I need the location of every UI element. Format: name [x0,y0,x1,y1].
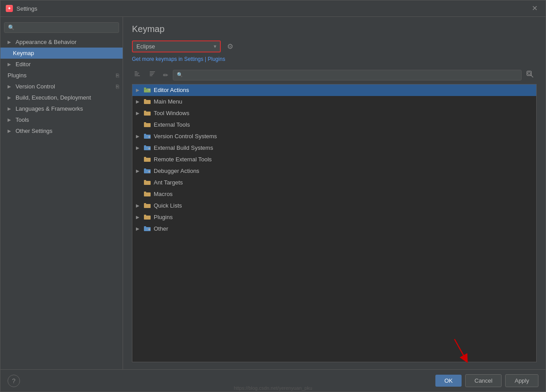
folder-gear-icon [144,145,151,151]
svg-rect-38 [144,216,151,220]
cancel-button[interactable]: Cancel [465,374,502,387]
app-icon: ✦ [6,5,13,12]
tree-item-quick-lists[interactable]: ▶ Quick Lists [132,200,536,212]
tree-item-other[interactable]: ▶ Other [132,223,536,235]
sidebar-item-languages[interactable]: ▶ Languages & Frameworks [0,103,123,114]
content-area: 🔍 ▶ Appearance & Behavior Keymap ▶ Edito… [0,17,546,369]
keymap-search-box[interactable]: 🔍 [173,70,522,80]
tree-item-label: Quick Lists [154,202,182,209]
close-button[interactable]: ✕ [529,4,540,13]
tree-item-label: Macros [154,191,173,197]
help-button[interactable]: ? [8,375,20,387]
folder-icon [144,122,151,128]
svg-rect-13 [144,88,146,89]
folder-icon [144,214,151,220]
tree-item-label: Tool Windows [154,110,189,116]
sidebar-search-box[interactable]: 🔍 [4,22,119,33]
svg-rect-2 [135,74,138,75]
tree-item-label: Editor Actions [154,87,189,93]
tree-item-label: Other [154,225,168,232]
find-action-button[interactable] [523,68,537,81]
tree-item-macros[interactable]: ▶ Macros [132,188,536,200]
sidebar-item-editor[interactable]: ▶ Editor [0,59,123,70]
main-panel: Keymap Eclipse Default Emacs Visual Stud… [123,17,546,369]
sidebar-item-label: Appearance & Behavior [16,39,76,45]
svg-rect-28 [144,157,146,158]
svg-rect-4 [150,72,155,72]
svg-rect-37 [144,203,146,204]
tree-item-label: Plugins [154,214,173,220]
svg-rect-36 [144,204,151,208]
sidebar-item-tools[interactable]: ▶ Tools [0,114,123,125]
sidebar-item-appearance[interactable]: ▶ Appearance & Behavior [0,36,123,48]
watermark-text: https://blog.csdn.net/yerenyuan_pku [234,385,312,391]
title-bar-left: ✦ Settings [6,5,37,12]
svg-rect-17 [144,112,151,116]
sidebar-item-label: Build, Execution, Deployment [16,94,91,101]
folder-icon [144,180,151,186]
keymap-tree: ▶ Editor Actions ▶ [132,84,537,362]
svg-rect-1 [135,73,139,73]
svg-point-42 [148,228,150,230]
keymap-gear-button[interactable]: ⚙ [225,40,235,52]
expand-all-button[interactable] [132,69,144,80]
chevron-right-icon: ▶ [8,62,13,67]
sidebar-search-input[interactable] [17,24,115,31]
svg-rect-16 [144,99,146,100]
chevron-right-icon: ▶ [136,88,141,92]
copy-icon: ⎘ [116,72,119,79]
sidebar-item-plugins[interactable]: Plugins ⎘ [0,70,123,81]
tree-item-editor-actions[interactable]: ▶ Editor Actions [132,84,536,96]
folder-gear-icon [144,226,151,232]
svg-rect-30 [144,168,146,170]
svg-rect-15 [144,100,151,104]
keymap-search-input[interactable] [186,72,518,78]
tree-item-label: Ant Targets [154,179,183,186]
tree-item-label: Remote External Tools [154,156,212,163]
sidebar-item-version-control[interactable]: ▶ Version Control ⎘ [0,81,123,92]
folder-icon [144,203,151,209]
svg-rect-19 [144,123,151,127]
collapse-all-button[interactable] [146,69,159,80]
keymap-select[interactable]: Eclipse Default Emacs Visual Studio [132,40,221,52]
tree-item-external-tools[interactable]: ▶ External Tools [132,119,536,131]
tree-item-tool-windows[interactable]: ▶ Tool Windows [132,108,536,119]
tree-item-version-control-systems[interactable]: ▶ Version Control Systems [132,131,536,142]
sidebar-item-label: Other Settings [16,128,52,134]
apply-button[interactable]: Apply [505,374,538,387]
tree-item-external-build-systems[interactable]: ▶ External Build Systems [132,142,536,154]
chevron-right-icon: ▶ [8,95,13,100]
tree-item-ant-targets[interactable]: ▶ Ant Targets [132,177,536,188]
svg-rect-39 [144,215,146,216]
tree-item-main-menu[interactable]: ▶ Main Menu [132,96,536,108]
chevron-right-icon: ▶ [136,145,141,150]
folder-icon [144,191,151,197]
tree-item-plugins[interactable]: ▶ Plugins [132,212,536,223]
sidebar-item-label: Editor [16,61,31,68]
svg-point-26 [148,148,150,149]
svg-rect-7 [150,76,152,76]
chevron-right-icon: ▶ [8,84,13,89]
svg-rect-20 [144,122,146,124]
folder-icon [144,110,151,116]
svg-rect-34 [144,192,151,196]
svg-rect-32 [144,181,151,185]
panel-title: Keymap [132,24,537,34]
keymap-row: Eclipse Default Emacs Visual Studio ▼ ⚙ [132,40,537,52]
get-more-keymaps-link[interactable]: Get more keymaps in Settings | Plugins [132,56,537,62]
search-icon: 🔍 [177,72,183,78]
sidebar-item-other-settings[interactable]: ▶ Other Settings [0,125,123,136]
tree-item-remote-external-tools[interactable]: ▶ Remote External Tools [132,154,536,165]
svg-point-10 [528,72,530,75]
tree-item-label: Main Menu [154,98,182,105]
chevron-right-icon: ▶ [136,215,141,220]
sidebar-item-keymap[interactable]: Keymap [0,48,123,59]
edit-button[interactable]: ✏ [160,70,171,80]
tree-item-debugger-actions[interactable]: ▶ Debugger Actions [132,165,536,177]
sidebar-item-build[interactable]: ▶ Build, Execution, Deployment [0,92,123,103]
ok-button[interactable]: OK [435,375,462,387]
folder-gear-icon [144,133,151,140]
title-bar: ✦ Settings ✕ [0,0,546,17]
tree-item-label: Debugger Actions [154,168,199,174]
tree-item-label: Version Control Systems [154,133,217,140]
